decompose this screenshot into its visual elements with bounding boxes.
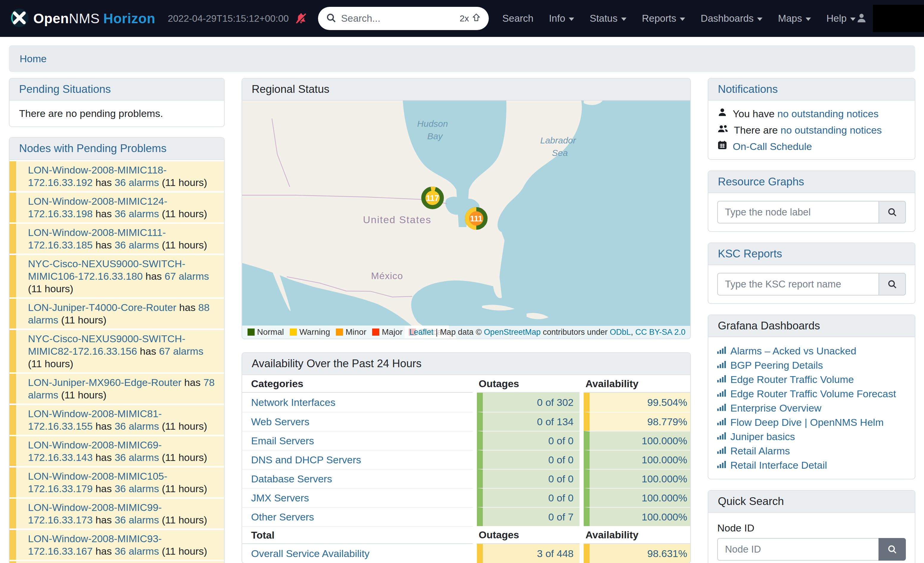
alarms-link[interactable]: 36 alarms (114, 514, 159, 525)
top-navbar: OpenNMSHorizon 2022-04-29T15:15:12+00:00… (0, 0, 924, 37)
alarms-link[interactable]: 36 alarms (114, 177, 159, 188)
bar-chart-icon (717, 416, 726, 428)
map-cluster-marker-117[interactable]: 117 (422, 188, 443, 208)
nodes-list: LON-Window-2008-MIMIC118-172.16.33.192 h… (9, 161, 224, 563)
category-link[interactable]: JMX Servers (251, 492, 309, 504)
alarms-link[interactable]: 36 alarms (114, 239, 159, 251)
category-cell: Email Servers (242, 431, 473, 450)
map-cluster-marker-111[interactable]: 111 (467, 210, 485, 227)
map-label-united-states: United States (363, 214, 431, 225)
category-link[interactable]: DNS and DHCP Servers (251, 454, 361, 466)
resource-graphs-search-input[interactable] (717, 201, 879, 224)
category-link[interactable]: Network Interfaces (251, 397, 335, 408)
outages-cell: 0 of 302 (477, 393, 579, 412)
chevron-down-icon (680, 18, 685, 21)
grafana-dashboards-panel: Grafana Dashboards Alarms – Acked vs Una… (708, 315, 915, 479)
category-link[interactable]: Web Servers (251, 416, 309, 428)
shift-icon (471, 13, 481, 24)
notifications-panel: Notifications You have no outstanding no… (708, 78, 915, 160)
total-col-availability: Availability (584, 526, 691, 544)
bar-chart-icon (717, 387, 726, 400)
leaflet-link[interactable]: Leaflet (410, 327, 434, 336)
grafana-link[interactable]: Edge Router Traffic Volume (730, 373, 854, 386)
nav-item-maps[interactable]: Maps (778, 13, 811, 24)
grafana-title: Grafana Dashboards (718, 320, 820, 332)
category-cell: Web Servers (242, 412, 473, 431)
category-link[interactable]: Other Servers (251, 511, 314, 523)
pending-situations-title[interactable]: Pending Situations (19, 83, 111, 96)
grafana-link[interactable]: Juniper basics (730, 430, 795, 443)
regional-status-map[interactable]: Hudson Bay Labrador Sea United States Mé… (242, 101, 690, 339)
node-link[interactable]: LON-Juniper-T4000-Core-Router (28, 302, 176, 313)
resource-graphs-search-button[interactable] (879, 201, 906, 224)
notifications-off-bell-icon[interactable] (295, 12, 307, 25)
ksc-reports-title[interactable]: KSC Reports (718, 248, 782, 260)
ksc-report-search-input[interactable] (717, 273, 879, 296)
overall-availability-link[interactable]: Overall Service Availability (251, 548, 369, 559)
resource-graphs-title[interactable]: Resource Graphs (718, 176, 804, 188)
node-problem-row: LON-Window-2008-MIMIC111-172.16.33.185 h… (9, 224, 224, 254)
category-link[interactable]: Email Servers (251, 435, 314, 447)
my-notices-link[interactable]: no outstanding notices (777, 108, 879, 119)
resource-graphs-panel: Resource Graphs (708, 171, 915, 232)
nav-item-search[interactable]: Search (502, 13, 534, 24)
brand[interactable]: OpenNMSHorizon (10, 9, 155, 28)
oncall-schedule-link[interactable]: On-Call Schedule (733, 141, 812, 152)
grafana-link[interactable]: Retail Alarms (730, 444, 790, 457)
node-id-search-button[interactable] (879, 538, 906, 561)
category-link[interactable]: Database Servers (251, 473, 332, 485)
availability-table: Categories Outages Availability Network … (242, 375, 690, 563)
alarms-link[interactable]: 36 alarms (114, 420, 159, 432)
nav-item-help[interactable]: Help (826, 13, 856, 24)
odbl-link[interactable]: ODbL (610, 327, 631, 336)
availability-cell: 99.504% (584, 393, 691, 412)
alarms-link[interactable]: 36 alarms (114, 208, 159, 219)
nodes-panel-title[interactable]: Nodes with Pending Problems (19, 142, 166, 155)
grafana-link[interactable]: Enterprise Overview (730, 402, 821, 414)
opennms-logo-icon (10, 9, 28, 28)
normal-swatch-icon (248, 329, 255, 336)
global-search[interactable]: 2x (318, 7, 489, 30)
brand-nms: NMS (69, 11, 100, 26)
nav-item-reports[interactable]: Reports (642, 13, 686, 24)
osm-link[interactable]: OpenStreetMap (484, 327, 541, 336)
search-input[interactable] (341, 13, 455, 24)
legend-item-major: Major (372, 327, 402, 337)
alarms-link[interactable]: 36 alarms (114, 483, 159, 494)
grafana-link[interactable]: Alarms – Acked vs Unacked (730, 345, 856, 357)
ksc-report-search-button[interactable] (879, 273, 906, 296)
alarms-link[interactable]: 67 alarms (165, 270, 209, 282)
node-link[interactable]: LON-Juniper-MX960-Edge-Router (28, 377, 182, 388)
map-attribution: Leaflet | Map data © OpenStreetMap contr… (405, 326, 690, 339)
availability-cell: 100.000% (584, 469, 691, 488)
availability-cell: 100.000% (584, 431, 691, 450)
category-cell: Overall Service Availability (242, 544, 473, 563)
regional-status-panel: Regional Status (242, 78, 691, 339)
duration-label: (11 hours) (159, 420, 207, 432)
grafana-link[interactable]: Flow Deep Dive | OpenNMS Helm (730, 416, 884, 428)
node-problem-row: NYC-Cisco-NEXUS9000-SWITCH-MIMIC106-172.… (9, 255, 224, 297)
grafana-link[interactable]: BGP Peering Details (730, 359, 823, 371)
node-id-label: Node ID (717, 522, 906, 534)
ccbysa-link[interactable]: CC BY-SA 2.0 (635, 327, 686, 336)
all-notices-link[interactable]: no outstanding notices (781, 125, 882, 136)
alarms-link[interactable]: 67 alarms (159, 345, 203, 357)
nodes-pending-problems-panel: Nodes with Pending Problems LON-Window-2… (9, 137, 225, 563)
breadcrumb-home-link[interactable]: Home (20, 53, 47, 65)
nav-item-info[interactable]: Info (549, 13, 574, 24)
redacted-username[interactable] (873, 5, 924, 32)
category-cell: Other Servers (242, 507, 473, 526)
bar-chart-icon (717, 402, 726, 414)
grafana-link[interactable]: Edge Router Traffic Volume Forecast (730, 387, 896, 400)
nav-item-dashboards[interactable]: Dashboards (700, 13, 762, 24)
availability-title: Availability Over the Past 24 Hours (252, 357, 422, 370)
node-id-input[interactable] (717, 538, 879, 561)
notifications-title[interactable]: Notifications (718, 83, 778, 96)
nav-item-status[interactable]: Status (590, 13, 627, 24)
grafana-link[interactable]: Retail Interface Detail (730, 459, 827, 471)
duration-label: (11 hours) (159, 545, 207, 557)
alarms-link[interactable]: 36 alarms (114, 545, 159, 557)
alarms-link[interactable]: 36 alarms (114, 452, 159, 463)
duration-label: (11 hours) (159, 514, 207, 525)
map-label-mexico: México (371, 270, 403, 281)
